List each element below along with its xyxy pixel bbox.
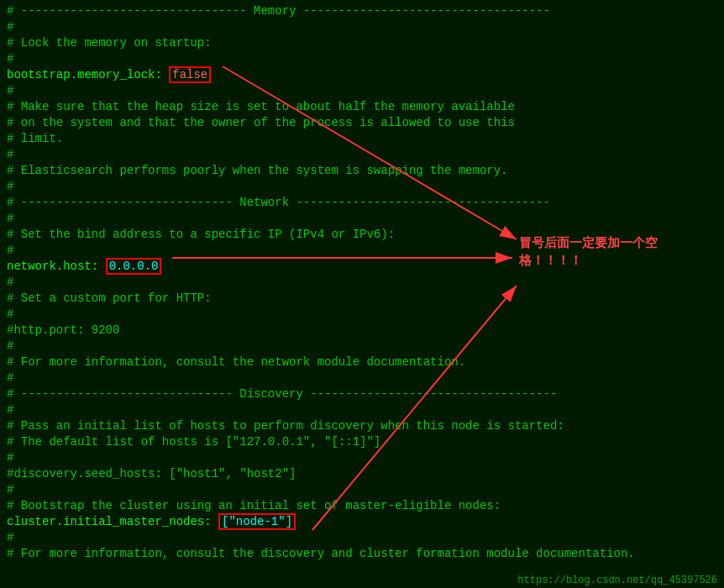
line-33: cluster.initial_master_nodes: ["node-1"] <box>7 514 717 530</box>
line-14: # <box>7 211 717 227</box>
line-23: # For more information, consult the netw… <box>7 354 717 370</box>
line-29: # <box>7 450 717 466</box>
line-13: # ------------------------------ Network… <box>7 195 717 211</box>
line-27: # Pass an initial list of hosts to perfo… <box>7 418 717 434</box>
line-5: bootstrap.memory_lock: false <box>7 67 717 83</box>
line-11: # Elasticsearch performs poorly when the… <box>7 163 717 179</box>
line-22: # <box>7 339 717 354</box>
line-12: # <box>7 179 717 195</box>
line-21: #http.port: 9200 <box>7 323 717 339</box>
terminal-window: # -------------------------------- Memor… <box>0 0 724 588</box>
cluster-nodes-value: ["node-1"] <box>218 513 296 530</box>
line-20: # <box>7 307 717 323</box>
network-host-value: 0.0.0.0 <box>106 258 162 275</box>
line-24: # <box>7 370 717 386</box>
line-7: # Make sure that the heap size is set to… <box>7 99 717 115</box>
annotation-text: 冒号后面一定要加一个空格！！！！ <box>519 235 658 270</box>
line-34: # <box>7 530 717 546</box>
line-25: # ------------------------------ Discove… <box>7 386 717 402</box>
line-26: # <box>7 402 717 418</box>
line-32: # Bootstrap the cluster using an initial… <box>7 498 717 514</box>
line-6: # <box>7 83 717 99</box>
line-31: # <box>7 482 717 498</box>
line-30: #discovery.seed_hosts: ["host1", "host2"… <box>7 466 717 482</box>
line-18: # <box>7 275 717 291</box>
watermark: https://blog.csdn.net/qq_45397526 <box>517 575 717 586</box>
line-4: # <box>7 51 717 67</box>
line-8: # on the system and that the owner of th… <box>7 115 717 131</box>
line-10: # <box>7 147 717 163</box>
line-2: # <box>7 19 717 35</box>
line-3: # Lock the memory on startup: <box>7 35 717 51</box>
memory-lock-value: false <box>169 66 211 83</box>
line-28: # The default list of hosts is ["127.0.0… <box>7 434 717 450</box>
line-35: # For more information, consult the disc… <box>7 546 717 562</box>
line-1: # -------------------------------- Memor… <box>7 3 717 19</box>
line-9: # limit. <box>7 131 717 147</box>
line-19: # Set a custom port for HTTP: <box>7 291 717 307</box>
